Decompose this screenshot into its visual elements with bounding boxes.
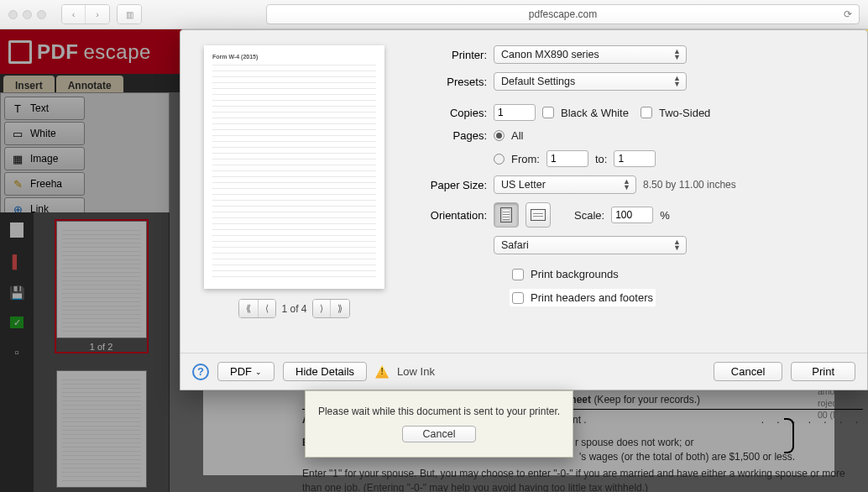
pages-from-input[interactable] [546, 150, 588, 167]
printer-select[interactable]: Canon MX890 series▲▼ [494, 45, 687, 64]
tool-text[interactable]: TText [4, 97, 85, 120]
pages-all-radio[interactable] [494, 130, 505, 141]
window-controls [8, 10, 46, 19]
print-preview: Form W-4 (2015) ⟪ ⟨ 1 of 4 ⟩ ⟫ [196, 45, 393, 338]
landscape-button[interactable] [526, 202, 551, 228]
copies-input[interactable] [494, 104, 536, 121]
thumbnail-2[interactable]: 2 of 2 [55, 369, 149, 492]
tool-whiteout[interactable]: ▭White [4, 122, 85, 145]
forward-button[interactable]: › [86, 5, 109, 24]
low-ink-label: Low Ink [397, 365, 435, 378]
cancel-button[interactable]: Cancel [714, 362, 782, 381]
tool-freehand[interactable]: ✎Freeha [4, 172, 85, 196]
presets-select[interactable]: Default Settings▲▼ [494, 72, 687, 91]
hide-details-button[interactable]: Hide Details [283, 362, 367, 381]
icon-rail: ▌ 💾 ✓ ▫ [0, 212, 34, 492]
sending-cancel-button[interactable]: Cancel [402, 426, 477, 442]
printer-label: Printer: [410, 49, 487, 61]
save-icon[interactable]: 💾 [8, 285, 25, 301]
minimize-window[interactable] [23, 10, 32, 19]
papersize-select[interactable]: US Letter▲▼ [494, 175, 636, 194]
zoom-window[interactable] [37, 10, 46, 19]
presets-label: Presets: [410, 76, 487, 88]
address-text: pdfescape.com [529, 8, 597, 20]
portrait-button[interactable] [494, 202, 519, 228]
scale-input[interactable] [611, 207, 653, 223]
sending-message: Please wait while this document is sent … [318, 406, 560, 417]
orientation-label: Orientation: [410, 209, 487, 222]
first-page-button[interactable]: ⟪ [239, 300, 259, 317]
print-hf-checkbox[interactable] [512, 292, 524, 304]
tool-image[interactable]: ▦Image [4, 147, 85, 170]
address-bar[interactable]: pdfescape.com ⟳ [266, 4, 860, 24]
print-button[interactable]: Print [791, 362, 855, 381]
thumbnail-1[interactable]: 1 of 2 [55, 219, 149, 353]
pdf-menu[interactable]: PDF ⌄ [217, 362, 275, 381]
print-dialog: Form W-4 (2015) ⟪ ⟨ 1 of 4 ⟩ ⟫ Printer: … [180, 29, 868, 390]
page-thumbnails: 1 of 2 2 of 2 [34, 212, 169, 492]
papersize-label: Paper Size: [410, 179, 487, 191]
prev-page-button[interactable]: ⟨ [259, 300, 275, 317]
sending-dialog: Please wait while this document is sent … [305, 390, 573, 458]
pages-label: Pages: [410, 129, 487, 142]
bracket-icon [784, 418, 794, 453]
file-icon[interactable]: ▫ [8, 343, 25, 360]
pdf-icon[interactable]: ▌ [8, 253, 25, 270]
pages-from-radio[interactable] [494, 154, 505, 165]
last-page-button[interactable]: ⟫ [331, 300, 349, 317]
bw-checkbox[interactable] [542, 107, 554, 118]
help-icon[interactable]: ? [192, 364, 209, 380]
reload-icon[interactable]: ⟳ [844, 8, 852, 20]
app-options-select[interactable]: Safari▲▼ [494, 236, 687, 254]
logo-icon [8, 40, 32, 64]
check-icon[interactable]: ✓ [10, 317, 24, 328]
next-page-button[interactable]: ⟩ [313, 300, 331, 317]
sidebar-toggle[interactable]: ▥ [118, 5, 141, 24]
pages-to-input[interactable] [614, 150, 656, 167]
close-window[interactable] [8, 10, 18, 19]
page-indicator: 1 of 4 [281, 303, 306, 315]
preview-page: Form W-4 (2015) [204, 45, 384, 289]
dialog-footer: ? PDF ⌄ Hide Details ! Low Ink Cancel Pr… [180, 353, 867, 390]
twosided-checkbox[interactable] [641, 107, 652, 118]
pages-icon[interactable] [10, 222, 24, 238]
print-bg-checkbox[interactable] [512, 269, 524, 280]
logo: PDFescape [8, 40, 151, 64]
back-button[interactable]: ‹ [62, 5, 86, 24]
copies-label: Copies: [410, 107, 487, 119]
warning-icon: ! [375, 365, 389, 379]
browser-toolbar: ‹ › ▥ pdfescape.com ⟳ [0, 0, 868, 29]
